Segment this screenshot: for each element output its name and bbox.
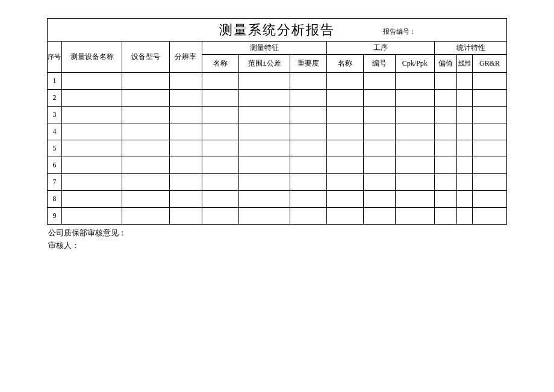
- table-row: 7: [48, 174, 507, 191]
- cell: [395, 191, 434, 208]
- cell: [202, 123, 239, 140]
- cell: [122, 73, 169, 90]
- cell: [473, 73, 507, 90]
- cell: [169, 140, 202, 157]
- cell: [364, 123, 395, 140]
- cell: [239, 208, 290, 225]
- cell: [327, 191, 364, 208]
- cell: [395, 107, 434, 123]
- table-row: 9: [48, 208, 507, 225]
- cell: [327, 208, 364, 225]
- cell: [122, 157, 169, 174]
- cell: [239, 191, 290, 208]
- cell: [239, 73, 290, 90]
- cell: [364, 73, 395, 90]
- table-row: 4: [48, 123, 507, 140]
- cell: [239, 107, 290, 123]
- hdr-stat-group: 统计特性: [435, 42, 507, 55]
- cell: [327, 157, 364, 174]
- cell: [473, 90, 507, 107]
- hdr-char-importance: 重要度: [290, 55, 327, 73]
- cell: [202, 191, 239, 208]
- report-table: 测量系统分析报告报告编号： 序号 测量设备名称 设备型号 分辨率 测量特征 工序…: [47, 18, 507, 225]
- cell: [290, 140, 327, 157]
- cell-seq: 5: [48, 140, 62, 157]
- qa-opinion-label: 公司质保部审核意见：: [48, 227, 507, 240]
- cell: [364, 208, 395, 225]
- cell: [435, 123, 457, 140]
- cell: [395, 174, 434, 191]
- table-row: 2: [48, 90, 507, 107]
- cell: [122, 140, 169, 157]
- cell: [239, 123, 290, 140]
- auditor-label: 审核人：: [48, 240, 507, 252]
- cell: [61, 107, 122, 123]
- cell: [169, 191, 202, 208]
- cell: [61, 208, 122, 225]
- cell: [395, 208, 434, 225]
- cell: [364, 174, 395, 191]
- cell: [435, 73, 457, 90]
- cell: [457, 157, 473, 174]
- table-row: 5: [48, 140, 507, 157]
- cell: [364, 140, 395, 157]
- cell: [61, 90, 122, 107]
- cell: [395, 73, 434, 90]
- cell: [122, 107, 169, 123]
- cell-seq: 4: [48, 123, 62, 140]
- cell: [327, 73, 364, 90]
- hdr-seq: 序号: [48, 42, 62, 73]
- cell: [202, 90, 239, 107]
- hdr-proc-group: 工序: [327, 42, 435, 55]
- cell-seq: 2: [48, 90, 62, 107]
- hdr-char-name: 名称: [202, 55, 239, 73]
- hdr-equip-name: 测量设备名称: [61, 42, 122, 73]
- cell: [169, 157, 202, 174]
- cell: [473, 208, 507, 225]
- report-no-label: 报告编号：: [383, 27, 416, 36]
- cell: [61, 73, 122, 90]
- cell: [290, 157, 327, 174]
- cell: [122, 90, 169, 107]
- hdr-cpk: Cpk/Ppk: [395, 55, 434, 73]
- table-row: 1: [48, 73, 507, 90]
- cell: [364, 90, 395, 107]
- cell: [473, 107, 507, 123]
- cell: [327, 123, 364, 140]
- cell: [457, 174, 473, 191]
- cell: [435, 191, 457, 208]
- cell: [202, 174, 239, 191]
- cell: [457, 140, 473, 157]
- cell: [457, 90, 473, 107]
- hdr-char-tolerance: 范围±公差: [239, 55, 290, 73]
- cell: [395, 157, 434, 174]
- cell: [122, 191, 169, 208]
- cell: [61, 191, 122, 208]
- table-row: 8: [48, 191, 507, 208]
- cell: [169, 208, 202, 225]
- hdr-grr: GR&R: [473, 55, 507, 73]
- footer: 公司质保部审核意见： 审核人：: [47, 227, 507, 252]
- cell: [473, 157, 507, 174]
- cell: [327, 107, 364, 123]
- cell-seq: 9: [48, 208, 62, 225]
- cell: [290, 73, 327, 90]
- hdr-proc-no: 编号: [364, 55, 395, 73]
- report-title: 测量系统分析报告: [219, 22, 335, 37]
- cell: [202, 73, 239, 90]
- cell: [169, 107, 202, 123]
- cell: [435, 90, 457, 107]
- cell: [457, 107, 473, 123]
- cell: [202, 157, 239, 174]
- title-cell: 测量系统分析报告报告编号：: [48, 19, 507, 42]
- cell: [435, 208, 457, 225]
- cell: [327, 174, 364, 191]
- cell: [169, 123, 202, 140]
- hdr-equip-model: 设备型号: [122, 42, 169, 73]
- hdr-char-group: 测量特征: [202, 42, 327, 55]
- cell: [290, 174, 327, 191]
- cell: [290, 90, 327, 107]
- cell: [435, 157, 457, 174]
- cell-seq: 3: [48, 107, 62, 123]
- cell: [169, 73, 202, 90]
